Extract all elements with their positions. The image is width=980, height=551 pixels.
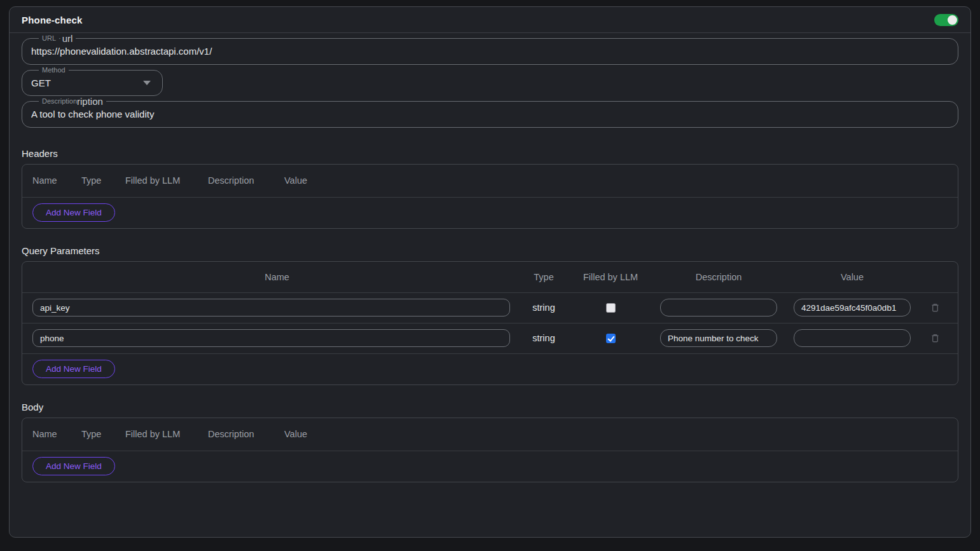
body-section: Body Name Type Filled by LLM Description… xyxy=(22,402,958,482)
param-type-value: string xyxy=(521,303,566,313)
page-title: Phone-check xyxy=(22,15,83,25)
chevron-down-icon xyxy=(143,81,151,85)
column-header-name: Name xyxy=(32,429,81,439)
toggle-knob-icon xyxy=(948,15,957,25)
column-header-value: Value xyxy=(284,175,361,186)
query-parameters-add-new-field-button[interactable]: Add New Field xyxy=(32,360,115,378)
method-selected-value: GET xyxy=(31,78,51,88)
description-field-name: ription xyxy=(77,96,103,107)
headers-section: Headers Name Type Filled by LLM Descript… xyxy=(22,148,958,229)
column-header-description: Description xyxy=(655,272,782,282)
column-header-description: Description xyxy=(208,175,284,186)
url-field-legend: URL·url xyxy=(39,33,76,44)
query-parameters-section: Query Parameters Name Type Filled by LLM… xyxy=(22,245,958,385)
column-header-value: Value xyxy=(284,429,361,439)
body-section-title: Body xyxy=(22,402,958,412)
method-field-legend: Method xyxy=(39,65,69,76)
table-row: string xyxy=(22,293,958,323)
headers-section-title: Headers xyxy=(22,148,958,159)
query-parameters-header-row: Name Type Filled by LLM Description Valu… xyxy=(22,262,958,292)
param-name-input[interactable] xyxy=(32,299,510,316)
trash-icon xyxy=(930,303,940,313)
column-header-name: Name xyxy=(32,175,81,186)
column-header-filled-by-llm: Filled by LLM xyxy=(125,429,208,439)
param-description-input[interactable] xyxy=(660,329,777,347)
body-table-header-row: Name Type Filled by LLM Description Valu… xyxy=(22,418,958,451)
filled-by-llm-checkbox[interactable] xyxy=(606,334,616,343)
column-header-type: Type xyxy=(81,429,125,439)
method-select[interactable]: Method GET xyxy=(22,65,163,97)
param-description-input[interactable] xyxy=(660,299,777,316)
delete-row-button[interactable] xyxy=(929,301,941,314)
body-table: Name Type Filled by LLM Description Valu… xyxy=(22,418,958,482)
trash-icon xyxy=(930,333,940,343)
description-field-legend: Descriptionription xyxy=(39,96,106,107)
column-header-description: Description xyxy=(208,429,284,439)
method-field-label: Method xyxy=(42,66,66,74)
enabled-toggle[interactable] xyxy=(934,14,958,26)
tool-config-panel: Phone-check URL·url Method GET Descripti… xyxy=(9,6,971,538)
filled-by-llm-checkbox[interactable] xyxy=(606,303,616,313)
panel-titlebar: Phone-check xyxy=(10,7,970,33)
param-value-input[interactable] xyxy=(794,299,911,316)
param-value-input[interactable] xyxy=(794,329,911,347)
headers-add-row: Add New Field xyxy=(22,198,958,228)
query-parameters-add-row: Add New Field xyxy=(22,354,958,384)
panel-content: URL·url Method GET Descriptionription He… xyxy=(10,33,970,482)
description-input[interactable] xyxy=(30,107,950,121)
url-field: URL·url xyxy=(22,33,958,65)
query-parameters-section-title: Query Parameters xyxy=(22,245,958,256)
column-header-type: Type xyxy=(81,175,125,186)
description-field-label: Description xyxy=(42,97,77,105)
delete-row-button[interactable] xyxy=(929,332,941,344)
param-name-input[interactable] xyxy=(32,329,510,347)
column-header-filled-by-llm: Filled by LLM xyxy=(125,175,208,186)
headers-table: Name Type Filled by LLM Description Valu… xyxy=(22,164,958,229)
method-select-row: GET xyxy=(30,76,155,90)
body-add-new-field-button[interactable]: Add New Field xyxy=(32,457,115,475)
query-parameters-table: Name Type Filled by LLM Description Valu… xyxy=(22,261,958,385)
description-field: Descriptionription xyxy=(22,96,958,128)
table-row: string xyxy=(22,323,958,353)
column-header-value: Value xyxy=(782,272,922,282)
url-input[interactable] xyxy=(30,44,950,58)
column-header-filled-by-llm: Filled by LLM xyxy=(566,272,655,282)
column-header-type: Type xyxy=(521,272,566,282)
url-label-separator: · xyxy=(59,34,61,42)
param-type-value: string xyxy=(521,333,566,343)
headers-table-header-row: Name Type Filled by LLM Description Valu… xyxy=(22,165,958,197)
column-header-name: Name xyxy=(32,272,521,282)
body-add-row: Add New Field xyxy=(22,451,958,482)
headers-add-new-field-button[interactable]: Add New Field xyxy=(32,203,115,222)
url-field-name: url xyxy=(62,33,73,44)
url-field-label: URL xyxy=(42,34,56,42)
